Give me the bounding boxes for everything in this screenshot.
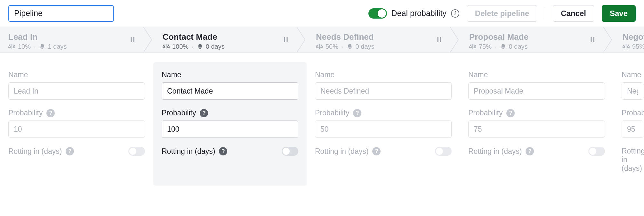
stage-probability: 100% (172, 43, 189, 50)
stage-probability: 10% (18, 43, 31, 50)
bell-icon (347, 43, 353, 50)
bell-icon (500, 43, 506, 50)
stage-days: 1 days (48, 43, 67, 50)
name-label: Name (622, 71, 643, 79)
chevron-divider-icon (297, 27, 306, 53)
help-icon[interactable] (46, 109, 55, 117)
stage-header-contact-made[interactable]: Contact Made 100% 0 days (153, 27, 291, 53)
rotting-toggle[interactable] (588, 147, 605, 156)
stage-probability-input[interactable] (8, 120, 145, 138)
pipeline-editor-topbar: Deal probability Delete pipeline Cancel … (0, 0, 644, 27)
pipeline-name-input[interactable] (8, 5, 114, 22)
drag-handle-icon[interactable]: II (437, 27, 442, 53)
rotting-label: Rotting in (days) (162, 147, 215, 156)
rotting-toggle[interactable] (128, 147, 145, 156)
chevron-divider-icon (143, 27, 153, 53)
deal-probability-label: Deal probability (391, 9, 447, 18)
stage-probability-input[interactable] (162, 120, 298, 138)
stage-header-negotiation[interactable]: Negotiatio 95% 0 (613, 27, 644, 53)
probability-label: Probability (162, 109, 196, 117)
help-icon[interactable] (353, 109, 361, 117)
scale-icon (623, 43, 630, 50)
divider (545, 7, 545, 20)
rotting-label: Rotting in (days) (468, 147, 522, 156)
help-icon[interactable] (219, 147, 227, 155)
scale-icon (469, 43, 476, 50)
delete-pipeline-button[interactable]: Delete pipeline (467, 5, 537, 22)
stage-title: Lead In (8, 32, 129, 42)
stage-name-input[interactable] (468, 82, 605, 100)
deal-probability-group: Deal probability (368, 8, 459, 19)
name-label: Name (468, 71, 605, 79)
stage-probability: 50% (326, 43, 338, 50)
chevron-divider-icon (603, 27, 613, 53)
stage-days: 0 days (356, 43, 374, 50)
rotting-label: Rotting in (days) (315, 147, 368, 156)
chevron-divider-icon (450, 27, 460, 53)
probability-label: Probability (622, 109, 644, 117)
help-icon[interactable] (372, 147, 381, 155)
stage-name-input[interactable] (162, 82, 298, 100)
stage-title: Contact Made (163, 32, 282, 42)
cancel-button[interactable]: Cancel (553, 5, 594, 22)
stage-details-row: Name Probability Rotting in (days) Name … (0, 53, 644, 186)
stage-probability-input[interactable] (315, 120, 452, 138)
stage-title: Needs Defined (316, 32, 435, 42)
stage-card: Name Probability Rotting in (days) (613, 62, 644, 186)
pipeline-stages-header: Lead In 10% 1 days II Contact Made 100% … (0, 27, 644, 53)
drag-handle-icon[interactable]: II (130, 27, 136, 53)
help-icon[interactable] (66, 147, 74, 155)
bell-icon (39, 43, 45, 50)
stage-probability: 75% (479, 43, 492, 50)
help-icon[interactable] (506, 109, 515, 117)
stage-name-input[interactable] (622, 82, 643, 100)
stage-name-input[interactable] (8, 82, 145, 100)
bell-icon (197, 43, 203, 50)
stage-probability-input[interactable] (468, 120, 605, 138)
scale-icon (316, 43, 323, 50)
name-label: Name (162, 71, 298, 79)
info-icon[interactable] (451, 9, 459, 18)
stage-name-input[interactable] (315, 82, 452, 100)
drag-handle-icon[interactable]: II (283, 27, 289, 53)
name-label: Name (8, 71, 145, 79)
rotting-label: Rotting in (days) (622, 147, 644, 173)
stage-card: Name Probability Rotting in (days) (153, 62, 307, 186)
rotting-label: Rotting in (days) (8, 147, 62, 156)
stage-title: Proposal Made (469, 32, 588, 42)
stage-days: 0 days (206, 43, 225, 50)
stage-card: Name Probability Rotting in (days) (460, 62, 613, 186)
name-label: Name (315, 71, 452, 79)
help-icon[interactable] (526, 147, 534, 155)
stage-card: Name Probability Rotting in (days) (307, 62, 460, 186)
stage-card: Name Probability Rotting in (days) (0, 62, 153, 186)
save-button[interactable]: Save (602, 5, 636, 22)
probability-label: Probability (468, 109, 503, 117)
stage-header-lead-in[interactable]: Lead In 10% 1 days (0, 27, 138, 53)
stage-probability: 95% (632, 43, 644, 50)
deal-probability-toggle[interactable] (368, 8, 387, 19)
rotting-toggle[interactable] (435, 147, 452, 156)
help-icon[interactable] (200, 109, 208, 117)
stage-probability-input[interactable] (622, 120, 643, 138)
probability-label: Probability (8, 109, 43, 117)
drag-handle-icon[interactable]: II (590, 27, 596, 53)
stage-days: 0 days (509, 43, 528, 50)
stage-header-needs-defined[interactable]: Needs Defined 50% 0 days (306, 27, 445, 53)
scale-icon (8, 43, 15, 50)
rotting-toggle[interactable] (282, 147, 298, 156)
stage-title: Negotiatio (623, 32, 644, 42)
stage-header-proposal-made[interactable]: Proposal Made 75% 0 days (460, 27, 598, 53)
scale-icon (163, 43, 170, 50)
probability-label: Probability (315, 109, 349, 117)
